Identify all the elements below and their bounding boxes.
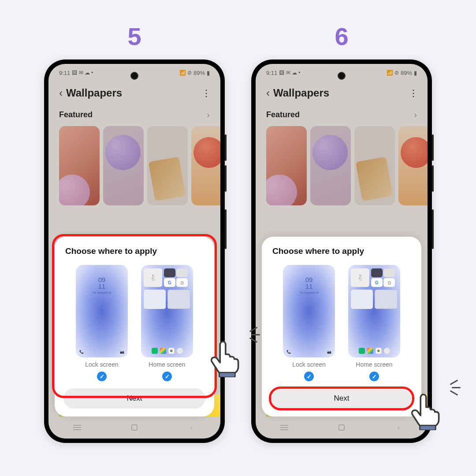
sheet-title: Choose where to apply <box>271 246 413 256</box>
check-icon[interactable]: ✓ <box>304 372 314 381</box>
widget-icon <box>144 290 166 309</box>
lock-clock: 0911 <box>76 276 128 290</box>
apply-sheet: Choose where to apply 0911 Thu, Septembe… <box>55 237 214 416</box>
volume-down-button[interactable] <box>432 165 434 192</box>
widget-icon <box>176 268 188 277</box>
home-preview: 🐇 G◻ <box>141 265 193 357</box>
nav-recents[interactable] <box>72 423 82 432</box>
check-icon[interactable]: ✓ <box>97 372 107 381</box>
dock-icon <box>168 348 175 354</box>
lock-screen-option[interactable]: 0911 Thu, September 28 📞📷 Lock screen ✓ <box>76 265 128 381</box>
widget-icon <box>383 268 395 277</box>
dock-icon <box>152 348 158 354</box>
lock-screen-option[interactable]: 0911 Thu, September 28 📞📷 Lock screen ✓ <box>283 265 335 381</box>
step-5: 5 9:11 🖼 ✉ ☁ • 📶 ⊘ 89% ▮ ‹ Wallpapers <box>44 22 225 443</box>
check-icon[interactable]: ✓ <box>162 372 172 381</box>
lock-shortcuts: 📞📷 <box>283 350 335 354</box>
home-screen-option[interactable]: 🐇 G◻ <box>141 265 193 381</box>
step-6: 6 9:11 🖼 ✉ ☁ • 📶 ⊘ 89% ▮ ‹ Wallpapers <box>251 22 432 443</box>
home-dock <box>348 348 400 354</box>
next-button[interactable]: Next <box>63 388 205 409</box>
screen: 9:11 🖼 ✉ ☁ • 📶 ⊘ 89% ▮ ‹ Wallpapers ⋮ Fe… <box>48 64 220 439</box>
svg-rect-0 <box>219 372 235 377</box>
power-button[interactable] <box>225 209 227 249</box>
dock-icon <box>376 348 382 354</box>
lock-date: Thu, September 28 <box>76 291 128 294</box>
nav-bar: ‹ <box>48 416 220 439</box>
nav-bar: ‹ <box>256 416 428 439</box>
next-button[interactable]: Next <box>271 388 413 409</box>
nav-back[interactable]: ‹ <box>187 423 197 432</box>
widget-icon: G <box>371 278 383 287</box>
widget-icon <box>164 268 175 277</box>
widget-icon <box>375 290 398 309</box>
dock-icon <box>160 348 166 354</box>
widget-icon: 🐇 <box>351 268 369 287</box>
dock-icon <box>177 348 183 354</box>
nav-back[interactable]: ‹ <box>394 423 404 432</box>
lock-label: Lock screen <box>292 361 325 368</box>
widget-icon: ◻ <box>383 278 395 287</box>
home-dock <box>141 348 193 354</box>
widget-icon <box>167 290 190 309</box>
dock-icon <box>359 348 365 354</box>
sheet-title: Choose where to apply <box>63 246 205 256</box>
screen: 9:11 🖼 ✉ ☁ • 📶 ⊘ 89% ▮ ‹ Wallpapers ⋮ Fe… <box>256 64 428 439</box>
phone-frame: 9:11 🖼 ✉ ☁ • 📶 ⊘ 89% ▮ ‹ Wallpapers ⋮ Fe… <box>44 60 225 443</box>
lock-shortcuts: 📞📷 <box>76 350 128 354</box>
lock-preview: 0911 Thu, September 28 📞📷 <box>283 265 335 357</box>
home-screen-option[interactable]: 🐇 G◻ <box>348 265 400 381</box>
dock-icon <box>384 348 390 354</box>
step-6-number: 6 <box>335 22 348 51</box>
widget-icon: ◻ <box>176 278 188 287</box>
lock-date: Thu, September 28 <box>283 291 335 294</box>
widget-icon: 🐇 <box>144 268 162 287</box>
power-button[interactable] <box>432 209 434 249</box>
nav-home[interactable] <box>337 423 346 432</box>
widget-icon: G <box>164 278 175 287</box>
check-icon[interactable]: ✓ <box>369 372 379 381</box>
lock-label: Lock screen <box>85 361 118 368</box>
dock-icon <box>367 348 373 354</box>
volume-up-button[interactable] <box>432 134 434 161</box>
step-5-number: 5 <box>127 22 141 51</box>
home-label: Home screen <box>356 361 392 368</box>
widget-icon <box>371 268 383 277</box>
apply-sheet: Choose where to apply 0911 Thu, Septembe… <box>262 237 421 416</box>
nav-recents[interactable] <box>279 423 289 432</box>
nav-home[interactable] <box>130 423 139 432</box>
lock-preview: 0911 Thu, September 28 📞📷 <box>76 265 128 357</box>
volume-up-button[interactable] <box>225 134 227 161</box>
phone-frame: 9:11 🖼 ✉ ☁ • 📶 ⊘ 89% ▮ ‹ Wallpapers ⋮ Fe… <box>251 60 432 443</box>
widget-icon <box>351 290 373 309</box>
home-preview: 🐇 G◻ <box>348 265 400 357</box>
home-label: Home screen <box>149 361 185 368</box>
lock-clock: 0911 <box>283 276 335 290</box>
volume-down-button[interactable] <box>225 165 227 192</box>
